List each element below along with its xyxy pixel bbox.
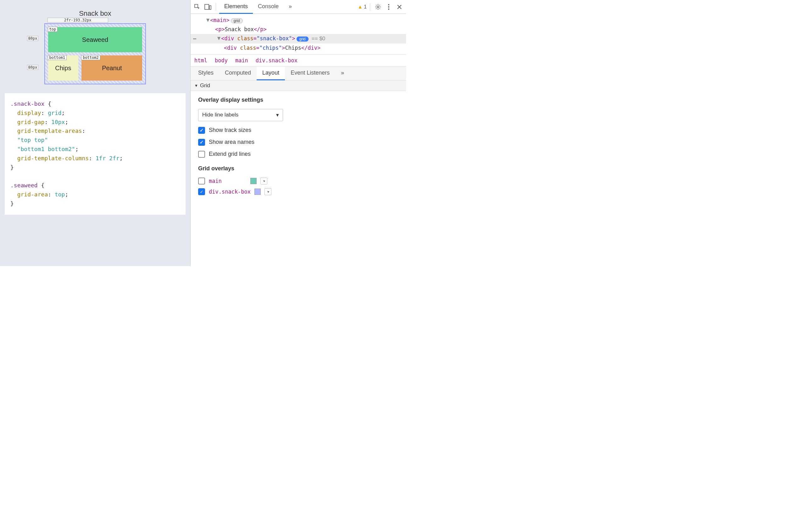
overlay-option: Extend grid lines	[198, 151, 398, 158]
breadcrumb-item[interactable]: main	[231, 55, 252, 66]
col-size-label: 2fr·193.32px	[47, 18, 108, 23]
svg-rect-0	[205, 4, 209, 10]
checkbox[interactable]	[198, 188, 205, 195]
svg-point-4	[388, 6, 389, 8]
device-toggle-icon[interactable]	[203, 2, 213, 12]
chips-cell: bottom1 Chips	[48, 55, 78, 81]
tab-styles[interactable]: Styles	[192, 67, 219, 80]
rendered-page: Snack box 1fr·96.66px 2fr·193.32px 80px …	[0, 0, 190, 266]
tab-computed[interactable]: Computed	[219, 67, 257, 80]
chevron-down-icon: ▼	[194, 83, 198, 88]
row-size-label: 80px	[27, 65, 39, 70]
seaweed-cell: top Seaweed	[48, 27, 143, 52]
page-title: Snack box	[5, 10, 186, 18]
area-label: bottom2	[81, 55, 100, 60]
checkbox[interactable]	[198, 127, 205, 134]
cell-text: Chips	[55, 65, 71, 72]
tab-more[interactable]: »	[335, 67, 350, 80]
warnings-count: 1	[364, 4, 367, 10]
checkbox[interactable]	[198, 178, 205, 184]
chevron-down-icon: ▾	[276, 112, 279, 118]
overlay-option: Show track sizes	[198, 127, 398, 134]
peanut-cell: bottom2 Peanut	[82, 55, 142, 81]
tab-event-listeners[interactable]: Event Listeners	[285, 67, 335, 80]
tab-console[interactable]: Console	[253, 0, 284, 14]
gear-icon[interactable]	[373, 2, 383, 12]
cell-text: Peanut	[102, 65, 122, 72]
styles-sub-tabs: Styles Computed Layout Event Listeners »	[191, 67, 406, 81]
grid-overlay-demo: 1fr·96.66px 2fr·193.32px 80px 80px top S…	[44, 23, 146, 84]
overlay-element-name: main	[209, 178, 247, 184]
layout-pane: Overlay display settings Hide line label…	[191, 91, 406, 266]
breadcrumb-item[interactable]: body	[211, 55, 231, 66]
inspect-overlay-icon[interactable]	[260, 178, 267, 184]
option-label: Show track sizes	[209, 127, 251, 134]
option-label: Show area names	[209, 139, 255, 145]
grid-section-header[interactable]: ▼ Grid	[191, 81, 406, 91]
row-size-label: 80px	[27, 36, 39, 41]
option-label: Extend grid lines	[209, 151, 251, 157]
svg-point-5	[388, 9, 389, 10]
overlay-option: Show area names	[198, 139, 398, 146]
grid-overlays-title: Grid overlays	[198, 165, 398, 172]
line-labels-dropdown[interactable]: Hide line labels ▾	[198, 109, 283, 121]
grid-overlay-item: div.snack-box	[198, 188, 398, 195]
warnings-badge[interactable]: ▲ 1	[358, 4, 367, 10]
svg-point-3	[388, 4, 389, 5]
color-swatch[interactable]	[250, 178, 257, 184]
svg-rect-1	[209, 6, 211, 10]
inspect-overlay-icon[interactable]	[264, 188, 271, 195]
dom-selected-node[interactable]: ▼<div class="snack-box">grid== $0	[191, 34, 406, 43]
devtools-panel: Elements Console » ▲ 1 ▼<main>grid <p>Sn…	[190, 0, 406, 266]
tab-more[interactable]: »	[284, 0, 297, 14]
breadcrumb-item[interactable]: div.snack-box	[252, 55, 301, 66]
divider	[216, 3, 216, 11]
dom-tree[interactable]: ▼<main>grid <p>Snack box</p> ▼<div class…	[191, 14, 406, 54]
inspect-icon[interactable]	[192, 2, 202, 12]
kebab-menu-icon[interactable]	[384, 2, 393, 12]
cell-text: Seaweed	[82, 36, 108, 43]
divider	[370, 3, 370, 11]
color-swatch[interactable]	[255, 188, 261, 195]
area-label: top	[48, 27, 58, 32]
svg-point-2	[377, 6, 379, 8]
tab-elements[interactable]: Elements	[219, 0, 253, 14]
snack-box-grid: top Seaweed bottom1 Chips bottom2 Peanut	[44, 23, 146, 84]
overlay-element-name: div.snack-box	[209, 188, 251, 195]
breadcrumb: html body main div.snack-box	[191, 54, 406, 67]
css-code-block: .snack-box { display: grid; grid-gap: 10…	[5, 93, 186, 215]
devtools-toolbar: Elements Console » ▲ 1	[191, 0, 406, 14]
grid-overlay-item: main	[198, 178, 398, 184]
checkbox[interactable]	[198, 151, 205, 158]
close-icon[interactable]	[395, 2, 404, 12]
tab-layout[interactable]: Layout	[257, 67, 285, 80]
warning-icon: ▲	[358, 4, 363, 10]
checkbox[interactable]	[198, 139, 205, 146]
area-label: bottom1	[48, 55, 67, 60]
breadcrumb-item[interactable]: html	[191, 55, 211, 66]
overlay-settings-title: Overlay display settings	[198, 97, 398, 103]
